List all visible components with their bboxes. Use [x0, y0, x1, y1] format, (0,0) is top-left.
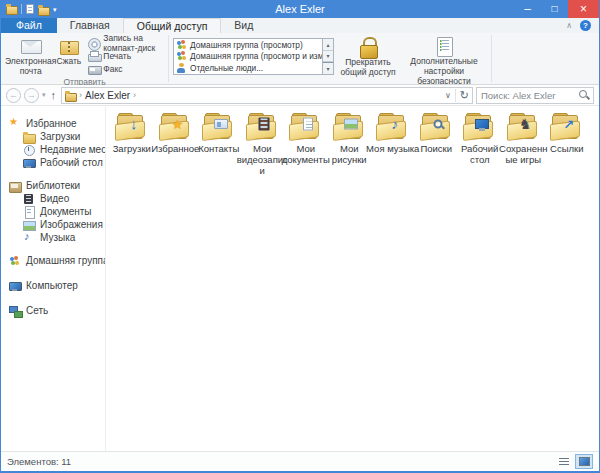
file-item-saved-games[interactable]: Сохраненные игры — [502, 113, 546, 177]
downloads-folder-icon — [115, 113, 148, 141]
search-icon[interactable] — [579, 90, 589, 100]
desktop-folder-icon — [463, 113, 496, 141]
search-box — [476, 87, 594, 104]
breadcrumb[interactable]: Alex Exler — [85, 90, 130, 101]
new-folder-icon[interactable] — [38, 5, 49, 14]
sidebar-item-videos[interactable]: Видео — [1, 192, 105, 205]
main-area: Избранное Загрузки Недавние места Рабочи… — [1, 106, 599, 451]
gallery-scroll-up-icon[interactable]: ▴ — [323, 39, 333, 51]
advanced-security-button[interactable]: Дополнительные настройки безопасности — [400, 36, 488, 86]
zip-label: Сжать — [56, 57, 81, 67]
email-icon — [21, 37, 41, 56]
zip-button[interactable]: Сжать — [56, 36, 81, 67]
explorer-app-icon[interactable] — [6, 4, 17, 14]
share-homegroup-edit[interactable]: Домашняя группа (просмотр и изменение) — [174, 51, 322, 63]
film-icon — [23, 193, 35, 205]
contacts-folder-icon — [202, 113, 235, 141]
chevron-icon[interactable]: › — [79, 90, 82, 100]
file-item-my-pictures[interactable]: Мои рисунки — [328, 113, 372, 177]
address-bar[interactable]: › Alex Exler › ∨ ↻ — [61, 87, 473, 104]
tab-file[interactable]: Файл — [1, 18, 57, 33]
items-count: Элементов: 11 — [7, 456, 71, 467]
sidebar-item-documents[interactable]: Документы — [1, 205, 105, 218]
properties-icon[interactable] — [26, 4, 34, 14]
sidebar-label: Изображения — [40, 219, 103, 230]
document-icon — [23, 206, 35, 218]
file-item-downloads[interactable]: Загрузки — [110, 113, 154, 177]
sidebar-label: Библиотеки — [26, 180, 80, 191]
share-homegroup-view[interactable]: Домашняя группа (просмотр) — [174, 39, 322, 51]
advanced-security-label: Дополнительные настройки безопасности — [400, 57, 488, 86]
clock-icon — [23, 144, 35, 156]
ribbon-corner-buttons: ∧ ? — [566, 18, 599, 33]
email-label: Электронная почта — [5, 57, 56, 77]
sidebar-item-homegroup[interactable]: Домашняя группа — [1, 254, 105, 267]
homegroup-icon — [9, 255, 21, 267]
file-item-contacts[interactable]: Контакты — [197, 113, 241, 177]
sidebar-label: Избранное — [26, 118, 77, 129]
icons-view-button[interactable] — [575, 454, 593, 469]
sidebar-item-music[interactable]: Музыка — [1, 231, 105, 244]
star-icon — [9, 118, 21, 130]
sidebar-label: Компьютер — [26, 280, 78, 291]
print-label: Печать — [103, 51, 131, 61]
sidebar-item-pictures[interactable]: Изображения — [1, 218, 105, 231]
sidebar-item-libraries[interactable]: Библиотеки — [1, 179, 105, 192]
close-button[interactable]: × — [568, 0, 599, 18]
back-icon[interactable]: ← — [6, 88, 21, 103]
stop-sharing-button[interactable]: Прекратить общий доступ — [339, 36, 397, 78]
help-icon[interactable]: ? — [580, 20, 591, 31]
gallery-scroll-down-icon[interactable]: ▾ — [323, 51, 333, 63]
email-button[interactable]: Электронная почта — [5, 36, 56, 77]
people-icon — [176, 63, 187, 73]
details-view-icon — [559, 458, 569, 466]
share-option-label: Домашняя группа (просмотр и изменение) — [190, 51, 322, 61]
fax-button[interactable]: Факс — [85, 63, 165, 75]
monitor-icon — [23, 157, 35, 169]
address-dropdown-icon[interactable]: ∨ — [445, 91, 451, 100]
tab-view[interactable]: Вид — [221, 18, 266, 33]
share-specific-people[interactable]: Отдельные люди... — [174, 62, 322, 74]
maximize-button[interactable]: □ — [541, 0, 568, 18]
details-view-button[interactable] — [555, 454, 573, 469]
file-item-my-documents[interactable]: Мои документы — [284, 113, 328, 177]
file-item-my-music[interactable]: Моя музыка — [371, 113, 415, 177]
gallery-more-icon[interactable]: ▾ — [323, 62, 333, 74]
file-item-favorites[interactable]: Избранное — [154, 113, 198, 177]
sidebar-item-desktop[interactable]: Рабочий стол — [1, 156, 105, 169]
divider — [455, 89, 456, 102]
tab-share[interactable]: Общий доступ — [123, 18, 222, 33]
search-input[interactable] — [481, 90, 576, 101]
location-folder-icon — [65, 91, 76, 100]
qat-dropdown-icon[interactable]: ▾ — [53, 6, 57, 13]
file-item-desktop[interactable]: Рабочий стол — [458, 113, 502, 177]
tab-home[interactable]: Главная — [57, 18, 123, 33]
history-dropdown-icon[interactable]: ▾ — [42, 91, 46, 99]
collapse-ribbon-icon[interactable]: ∧ — [566, 22, 572, 30]
file-item-searches[interactable]: Поиски — [415, 113, 459, 177]
stop-sharing-label: Прекратить общий доступ — [339, 58, 397, 78]
libraries-icon — [9, 180, 21, 192]
print-button[interactable]: Печать — [85, 50, 165, 62]
refresh-icon[interactable]: ↻ — [460, 90, 469, 101]
sidebar-item-favorites[interactable]: Избранное — [1, 117, 105, 130]
my-music-folder-icon — [376, 113, 409, 141]
chevron-icon[interactable]: › — [133, 90, 136, 100]
picture-icon — [23, 219, 35, 231]
sidebar-item-recent-places[interactable]: Недавние места — [1, 143, 105, 156]
up-icon[interactable]: ↑ — [49, 90, 59, 101]
burn-button[interactable]: Запись на компакт-диск — [85, 37, 165, 49]
send-group-body: Электронная почта Сжать Запись на компак… — [1, 33, 168, 77]
sidebar-item-downloads[interactable]: Загрузки — [1, 130, 105, 143]
network-icon — [9, 305, 21, 317]
ribbon: Электронная почта Сжать Запись на компак… — [1, 33, 599, 85]
sidebar-item-network[interactable]: Сеть — [1, 304, 105, 317]
forward-icon[interactable]: → — [24, 88, 39, 103]
file-item-links[interactable]: Ссылки — [545, 113, 589, 177]
file-item-my-videos[interactable]: Мои видеозаписи — [241, 113, 285, 177]
share-with-gallery: Домашняя группа (просмотр) Домашняя груп… — [173, 38, 334, 75]
sidebar-item-computer[interactable]: Компьютер — [1, 279, 105, 292]
sidebar-label: Сеть — [26, 305, 48, 316]
minimize-button[interactable]: – — [514, 0, 541, 18]
my-documents-folder-icon — [289, 113, 322, 141]
